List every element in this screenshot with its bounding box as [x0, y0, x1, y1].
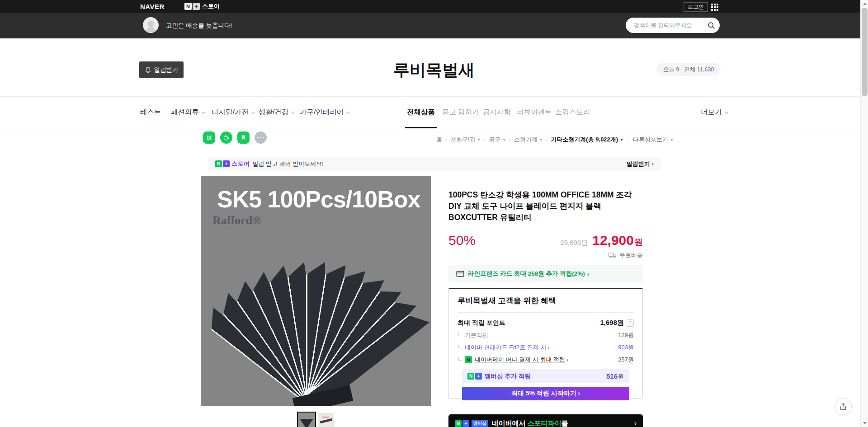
- discount-rate: 50%: [448, 233, 476, 248]
- alert-notify-link[interactable]: 알림받기: [627, 160, 650, 168]
- thumbnail-1[interactable]: [297, 412, 316, 427]
- crumb-current-category[interactable]: 기타소형기계(총 9,022개): [551, 136, 618, 144]
- max-point-row: 최대 적립 포인트 1,698원 ?: [458, 319, 634, 327]
- scrollbar[interactable]: [860, 0, 868, 427]
- chevron-right-icon: ›: [548, 344, 550, 351]
- nav-fashion[interactable]: 패션의류: [171, 97, 205, 128]
- image-brand: Rafford®: [212, 214, 261, 227]
- apps-grid-icon[interactable]: [711, 4, 718, 11]
- chevron-right-icon: ›: [566, 357, 568, 363]
- top-bar: NAVER N + 스토어 로그인: [0, 0, 868, 13]
- basic-point-value: 129원: [618, 331, 634, 339]
- naver-logo[interactable]: NAVER: [140, 3, 165, 10]
- page: NAVER N + 스토어 로그인 고민은 배송을 늦춥니다! 알림받기: [0, 0, 868, 427]
- alert-divider: [621, 161, 621, 167]
- nav-review-event[interactable]: 리뷰이벤트: [517, 97, 552, 128]
- search-box: [626, 18, 720, 33]
- store-notify-button[interactable]: 알림받기: [139, 61, 184, 78]
- search-icon[interactable]: [708, 22, 715, 29]
- npay-money-link[interactable]: 네이버페이 머니 결제 시 최대 적립: [475, 356, 565, 364]
- nav-shopping-story[interactable]: 쇼핑스토리: [555, 97, 590, 128]
- membership-badge: 멤버십: [472, 420, 488, 427]
- chevron-down-icon: [202, 110, 205, 113]
- basic-point-row: 기본적립 129원: [458, 331, 634, 339]
- nav-notice[interactable]: 공지사항: [483, 97, 511, 128]
- chevron-down-icon: [251, 110, 255, 113]
- store-word: 스토어: [231, 160, 250, 168]
- scroll-up-icon[interactable]: [861, 0, 868, 8]
- dropdown-caret-icon: ▼: [620, 138, 623, 142]
- help-icon[interactable]: ?: [627, 319, 634, 327]
- store-header: 알림받기 루비목벌새 오늘 9 · 전체 11,630: [0, 38, 868, 96]
- dropdown-caret-icon: ▼: [670, 138, 674, 142]
- crumb-small-machine[interactable]: 소형기계: [514, 136, 538, 144]
- share-button[interactable]: [835, 398, 852, 415]
- breadcrumb-divider: [628, 137, 628, 142]
- max-point-value: 1,698원: [600, 319, 624, 327]
- nav-digital[interactable]: 디지털/가전: [212, 97, 255, 128]
- store-alert-banner: N + 스토어 알림 받고 혜택 받아보세요! 알림받기 ›: [208, 157, 661, 171]
- visitor-stats: 오늘 9 · 전체 11,630: [656, 63, 721, 76]
- nplus-store-logo[interactable]: N + 스토어: [184, 2, 220, 10]
- plus-badge-icon: +: [223, 160, 230, 167]
- current-price: 12,900원: [592, 233, 643, 248]
- store-word: 스토어: [202, 2, 220, 10]
- bookmark-icon[interactable]: [237, 131, 250, 144]
- bell-plus-icon: [145, 66, 151, 73]
- crumb-home[interactable]: 홈: [436, 136, 442, 144]
- npay-money-value: 257원: [618, 356, 634, 364]
- avatar[interactable]: [143, 17, 159, 33]
- nav-furniture[interactable]: 가구/인테리어: [300, 97, 349, 128]
- share-icon: [839, 403, 847, 411]
- promo-highlight: 스포티파이: [528, 419, 561, 427]
- dropdown-caret-icon: ▼: [539, 138, 543, 142]
- nav-qna[interactable]: 묻고 답하기: [442, 97, 479, 128]
- original-price: 25,800원: [560, 239, 588, 247]
- crumb-tools[interactable]: 공구: [489, 136, 500, 144]
- membership-label: 멤버십 추가 적립: [485, 372, 531, 380]
- store-bar: 고민은 배송을 늦춥니다!: [0, 13, 868, 38]
- n-badge-icon: N: [215, 160, 222, 167]
- npay-money-row: N 네이버페이 머니 결제 시 최대 적립 › 257원: [458, 356, 634, 364]
- tree-corner-icon: [458, 345, 462, 348]
- breadcrumb-separator: ›: [484, 137, 486, 142]
- scrollbar-thumb[interactable]: [862, 8, 868, 96]
- scroll-down-icon[interactable]: [861, 419, 868, 427]
- store-nav: 베스트 패션의류 디지털/가전 생활/건강 가구/인테리어 전체상품 묻고 답하…: [0, 96, 868, 128]
- plus-badge-icon: +: [193, 3, 200, 10]
- plus-badge-icon: +: [475, 373, 482, 380]
- product-main-image[interactable]: SK5 100Pcs/10Box Rafford®: [201, 176, 431, 406]
- thumbnail-2[interactable]: [318, 413, 334, 427]
- benefits-title: 루비목벌새 고객을 위한 혜택: [458, 296, 634, 313]
- chevron-down-icon: [346, 110, 350, 113]
- login-button[interactable]: 로그인: [684, 2, 708, 12]
- npay-icon: N: [465, 356, 472, 363]
- breadcrumb-separator: ›: [509, 137, 511, 142]
- blog-icon[interactable]: bl: [203, 131, 215, 144]
- promo-text: 네이버에서 스포티파이를: [492, 419, 568, 427]
- plus-badge-icon: +: [462, 420, 469, 427]
- nav-living[interactable]: 생활/건강: [259, 97, 294, 128]
- n-badge-icon: N: [184, 3, 192, 10]
- image-headline: SK5 100Pcs/10Box: [217, 186, 420, 213]
- n-badge-icon: N: [467, 373, 474, 380]
- nav-best[interactable]: 베스트: [140, 97, 161, 128]
- notify-label: 알림받기: [154, 66, 179, 74]
- nav-all-products[interactable]: 전체상품: [407, 97, 435, 128]
- hyundai-card-link[interactable]: 네이버 현대카드 Ed2로 결제 시: [465, 343, 547, 352]
- dropdown-caret-icon: ▼: [477, 138, 481, 142]
- other-products-dropdown[interactable]: 다른상품보기: [633, 136, 668, 144]
- shipping-info: 무료배송: [609, 251, 643, 259]
- search-input[interactable]: [633, 22, 708, 29]
- hyundai-card-value: 903원: [618, 343, 634, 352]
- chevron-down-icon: [291, 110, 295, 113]
- cafe-icon[interactable]: [220, 131, 232, 144]
- crumb-living[interactable]: 생활/건강: [450, 136, 476, 144]
- more-links-icon[interactable]: [255, 131, 267, 144]
- card-benefit-banner[interactable]: 라인프렌즈 카드 최대 258원 추가 적립(2%) ›: [448, 265, 643, 282]
- membership-cta-button[interactable]: 최대 5% 적립 시작하기 ›: [462, 387, 629, 400]
- nav-more[interactable]: 더보기: [701, 97, 728, 128]
- tree-corner-icon: [458, 357, 462, 361]
- spotify-promo-banner[interactable]: N + 멤버십 네이버에서 스포티파이를 ›: [448, 414, 643, 427]
- card-benefit-text: 라인프렌즈 카드 최대 258원 추가 적립(2%): [468, 270, 585, 278]
